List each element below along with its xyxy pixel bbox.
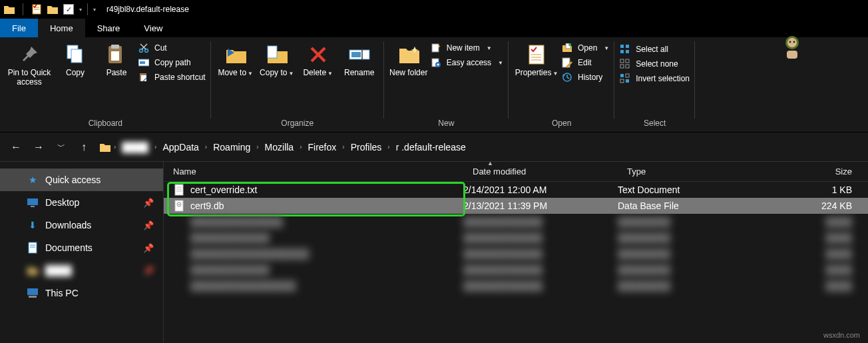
column-header-name[interactable]: Name (164, 162, 463, 181)
breadcrumb-item[interactable]: Roaming (210, 142, 253, 153)
title-dropdown-icon[interactable]: ▾ (93, 7, 96, 13)
breadcrumb-chevron-icon[interactable]: › (203, 143, 209, 151)
checkbox-qat-icon[interactable]: ✓ (63, 4, 74, 15)
easy-access-button[interactable]: Easy access▼ (431, 57, 503, 68)
file-date: 2/13/2021 11:39 PM (463, 200, 618, 211)
svg-point-63 (178, 204, 180, 205)
open-button[interactable]: Open▼ (562, 43, 609, 53)
breadcrumb-chevron-icon[interactable]: › (385, 143, 391, 151)
new-item-button[interactable]: New item▼ (431, 43, 503, 53)
select-all-button[interactable]: Select all (620, 44, 690, 55)
history-label: History (578, 73, 602, 82)
ribbon: Pin to Quick access Copy Paste (0, 37, 868, 132)
recent-locations-button[interactable]: ﹀ (55, 141, 68, 153)
address-breadcrumb[interactable]: › ████ › AppData › Roaming › Mozilla › F… (100, 138, 859, 157)
folder-icon[interactable] (4, 4, 15, 15)
svg-point-35 (568, 43, 571, 46)
delete-label: Delete▼ (303, 68, 333, 79)
breadcrumb-item[interactable]: Profiles (348, 142, 385, 153)
tab-home[interactable]: Home (38, 19, 85, 37)
svg-point-6 (793, 41, 795, 43)
content-area: ★ Quick access Desktop 📌 ⬇ Downloads 📌 (0, 161, 868, 343)
column-header-date[interactable]: Date modified (463, 162, 618, 181)
tab-share[interactable]: Share (85, 19, 132, 37)
sidebar-quick-access[interactable]: ★ Quick access (0, 169, 163, 191)
tab-view[interactable]: View (132, 19, 174, 37)
breadcrumb-item[interactable]: AppData (160, 142, 201, 153)
breadcrumb-chevron-icon[interactable]: › (152, 143, 158, 151)
new-folder-qat-icon[interactable] (47, 4, 58, 15)
select-none-label: Select none (636, 59, 678, 69)
svg-rect-38 (620, 45, 624, 48)
file-row[interactable]: cert_override.txt 2/14/2021 12:00 AM Tex… (164, 182, 868, 198)
edit-label: Edit (578, 58, 592, 67)
file-row-blurred: ████████████ ████████████████████████ (164, 230, 868, 246)
breadcrumb-chevron-icon[interactable]: › (254, 143, 260, 151)
copy-to-label: Copy to▼ (260, 68, 294, 79)
properties-icon (526, 44, 547, 65)
invert-selection-icon (620, 73, 630, 84)
properties-qat-icon[interactable] (31, 4, 42, 15)
site-avatar-icon (777, 32, 807, 61)
file-row-blurred: ██████████████ ████████████████████████ (164, 214, 868, 230)
properties-button[interactable]: Properties▼ (514, 41, 559, 79)
sidebar-hidden-item[interactable]: ████ 📌 (0, 259, 163, 282)
tab-file[interactable]: File (0, 19, 38, 37)
paste-button[interactable]: Paste (97, 41, 136, 77)
rename-icon (349, 44, 370, 65)
up-button[interactable]: ↑ (77, 141, 91, 153)
breadcrumb-chevron-icon[interactable]: › (340, 143, 346, 151)
sidebar-label: Desktop (45, 197, 79, 208)
select-none-button[interactable]: Select none (620, 59, 690, 69)
svg-rect-43 (626, 59, 629, 63)
copy-path-button[interactable]: Copy path (138, 57, 206, 68)
invert-selection-button[interactable]: Invert selection (620, 73, 690, 84)
sidebar-documents[interactable]: Documents 📌 (0, 236, 163, 259)
file-size: 224 KB (755, 200, 868, 211)
breadcrumb-item[interactable]: Firefox (306, 142, 339, 153)
breadcrumb-item-user[interactable]: ████ (119, 142, 151, 153)
documents-icon (27, 242, 39, 254)
file-row-blurred: ████████████████ ███████████████████████… (164, 278, 868, 294)
move-to-label: Move to▼ (218, 68, 253, 79)
column-header-type[interactable]: Type (618, 162, 755, 181)
group-select: Select all Select none Invert selection … (614, 37, 695, 132)
file-row[interactable]: cert9.db 2/13/2021 11:39 PM Data Base Fi… (164, 198, 868, 214)
file-rows: cert_override.txt 2/14/2021 12:00 AM Tex… (164, 182, 868, 294)
svg-rect-56 (29, 296, 37, 298)
qat-dropdown-icon[interactable]: ▾ (79, 7, 82, 13)
cut-button[interactable]: Cut (138, 43, 206, 53)
file-row-blurred: ██████████████████ █████████████████████… (164, 246, 868, 262)
svg-point-14 (145, 49, 148, 53)
new-folder-button[interactable]: New folder (389, 41, 428, 77)
breadcrumb-chevron-icon[interactable]: › (112, 143, 118, 151)
pin-label: Pin to Quick access (5, 68, 53, 87)
pin-to-quick-access-button[interactable]: Pin to Quick access (5, 41, 53, 87)
history-button[interactable]: History (562, 72, 609, 83)
breadcrumb-item-current[interactable]: r .default-release (393, 142, 469, 153)
svg-rect-57 (175, 184, 183, 195)
open-label: Open (578, 43, 597, 53)
group-clipboard: Pin to Quick access Copy Paste (0, 37, 211, 132)
svg-rect-45 (626, 65, 629, 68)
paste-shortcut-button[interactable]: Paste shortcut (138, 72, 206, 83)
sidebar-desktop[interactable]: Desktop 📌 (0, 191, 163, 214)
delete-icon (308, 44, 329, 65)
sidebar-this-pc[interactable]: This PC (0, 282, 163, 304)
copy-path-label: Copy path (154, 58, 191, 67)
edit-button[interactable]: Edit (562, 57, 609, 68)
group-organize-label: Organize (216, 119, 379, 131)
rename-button[interactable]: Rename (340, 41, 379, 77)
breadcrumb-item[interactable]: Mozilla (262, 142, 297, 153)
paste-shortcut-icon (138, 72, 149, 83)
back-button[interactable]: ← (9, 141, 23, 153)
sidebar-downloads[interactable]: ⬇ Downloads 📌 (0, 214, 163, 236)
copy-to-button[interactable]: Copy to▼ (258, 41, 296, 79)
move-to-button[interactable]: Move to▼ (216, 41, 255, 79)
column-header-size[interactable]: Size (755, 162, 868, 181)
forward-button[interactable]: → (32, 141, 45, 153)
select-all-label: Select all (636, 45, 668, 54)
breadcrumb-chevron-icon[interactable]: › (298, 143, 304, 151)
copy-button[interactable]: Copy (56, 41, 95, 77)
delete-button[interactable]: Delete▼ (299, 41, 337, 79)
